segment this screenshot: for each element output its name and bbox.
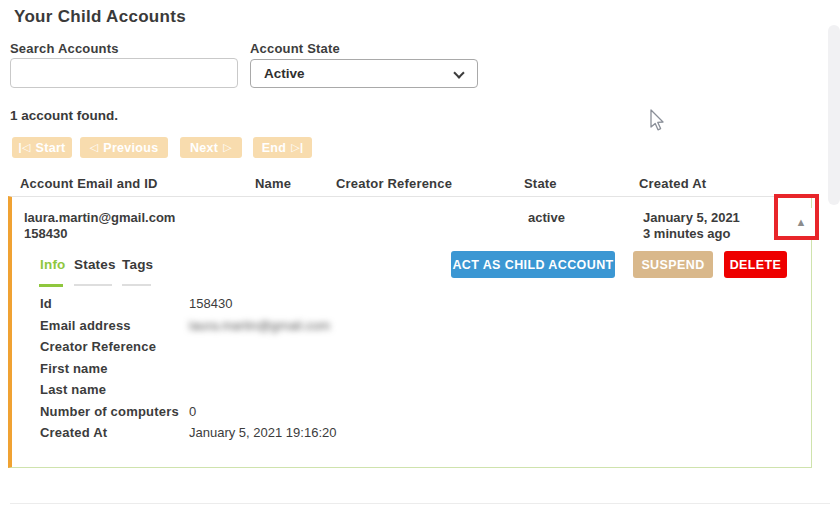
detail-label: First name [40, 361, 108, 376]
detail-label: Id [40, 296, 52, 311]
detail-label: Creator Reference [40, 339, 156, 354]
detail-row-first-name: First name [40, 361, 600, 378]
detail-value: 158430 [189, 296, 232, 311]
search-accounts-input[interactable] [10, 58, 238, 88]
detail-value: January 5, 2021 19:16:20 [189, 425, 336, 440]
bottom-divider [10, 503, 830, 504]
pagination-previous-label: Previous [103, 141, 158, 155]
created-at-relative: 3 minutes ago [643, 226, 740, 242]
pagination-start-button[interactable]: |◁ Start [12, 137, 72, 158]
delete-button[interactable]: DELETE [724, 251, 787, 278]
account-state-select[interactable]: Active [250, 59, 478, 88]
chevron-down-icon [453, 67, 464, 78]
detail-label: Created At [40, 425, 107, 440]
child-accounts-page: Your Child Accounts Search Accounts Acco… [0, 0, 840, 519]
column-header-name: Name [255, 176, 291, 191]
tab-states-underline [74, 284, 112, 286]
skip-end-icon: ▷| [291, 141, 303, 154]
column-header-state: State [524, 176, 557, 191]
column-header-creator-reference: Creator Reference [336, 176, 452, 191]
page-title: Your Child Accounts [14, 7, 186, 27]
pagination-next-label: Next [190, 141, 218, 155]
tab-info[interactable]: Info [40, 257, 66, 272]
detail-row-number-of-computers: Number of computers 0 [40, 404, 600, 421]
tab-tags-underline [122, 284, 151, 286]
pagination-previous-button[interactable]: ◁ Previous [80, 137, 168, 158]
pagination-end-label: End [262, 141, 287, 155]
tab-info-active-underline [39, 284, 63, 287]
skip-start-icon: |◁ [18, 141, 30, 154]
detail-label: Last name [40, 382, 106, 397]
detail-row-creator-reference: Creator Reference [40, 339, 600, 356]
search-accounts-label: Search Accounts [10, 41, 119, 56]
results-count: 1 account found. [10, 108, 118, 123]
column-header-created-at: Created At [639, 176, 706, 191]
pagination-next-button[interactable]: Next ▷ [180, 137, 242, 158]
account-state-selected-value: Active [264, 66, 305, 81]
act-as-child-account-button[interactable]: ACT AS CHILD ACCOUNT [451, 251, 615, 278]
account-email-and-id-cell: laura.martin@gmail.com 158430 [24, 210, 175, 242]
detail-value-blurred: laura.martin@gmail.com [189, 318, 330, 333]
account-state-value: active [528, 210, 565, 226]
collapse-arrow-icon: ▲ [796, 216, 807, 228]
detail-row-last-name: Last name [40, 382, 600, 399]
account-id: 158430 [24, 226, 175, 242]
detail-value: 0 [189, 404, 196, 419]
account-state-label: Account State [250, 41, 340, 56]
column-header-email-id: Account Email and ID [20, 176, 158, 191]
mouse-cursor-icon [648, 109, 666, 133]
detail-row-email-address: Email address laura.martin@gmail.com [40, 318, 600, 335]
detail-label: Number of computers [40, 404, 179, 419]
next-arrow-icon: ▷ [223, 141, 232, 154]
tab-tags[interactable]: Tags [122, 257, 153, 272]
detail-row-id: Id 158430 [40, 296, 600, 313]
pagination-start-label: Start [36, 141, 66, 155]
tab-states[interactable]: States [74, 257, 116, 272]
created-at-date: January 5, 2021 [643, 210, 740, 226]
detail-label: Email address [40, 318, 131, 333]
suspend-button[interactable]: SUSPEND [633, 251, 713, 278]
previous-arrow-icon: ◁ [90, 141, 99, 154]
account-row-expanded: laura.martin@gmail.com 158430 active Jan… [8, 196, 812, 468]
detail-row-created-at: Created At January 5, 2021 19:16:20 [40, 425, 600, 442]
pagination-end-button[interactable]: End ▷| [253, 137, 312, 158]
account-created-at-cell: January 5, 2021 3 minutes ago [643, 210, 740, 242]
account-email: laura.martin@gmail.com [24, 210, 175, 226]
collapse-row-button[interactable]: ▲ [786, 208, 816, 236]
scrollbar-thumb[interactable] [828, 25, 840, 205]
